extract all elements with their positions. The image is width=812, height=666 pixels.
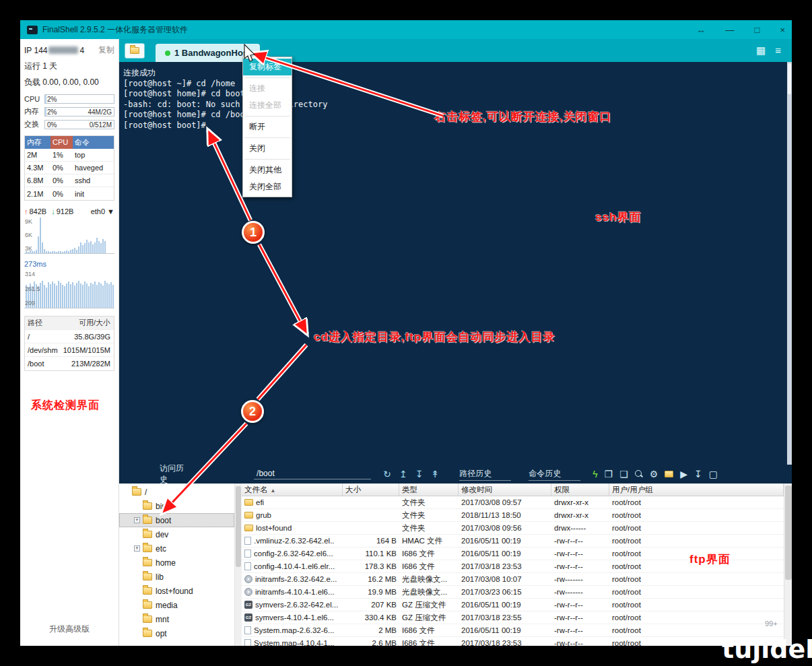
tree-item-boot[interactable]: +boot xyxy=(119,513,234,527)
process-column-header[interactable]: 内存 xyxy=(25,136,50,149)
disk-column-header[interactable]: 路径 xyxy=(25,318,67,328)
disk-usage: 1015M/1015M xyxy=(63,346,114,354)
tree-item-lib[interactable]: lib xyxy=(119,570,234,584)
tree-scroll-thumb[interactable] xyxy=(236,486,241,567)
menu-item-5[interactable]: 关闭其他 xyxy=(243,162,292,178)
refresh-icon[interactable]: ↻ xyxy=(383,469,391,479)
maximize-button[interactable]: □ xyxy=(755,26,760,34)
column-header-1[interactable]: 大小 xyxy=(343,484,399,496)
tree-scrollbar[interactable] xyxy=(235,484,242,646)
gauge-fill xyxy=(45,95,46,103)
file-row[interactable]: .vmlinuz-2.6.32-642.el..164 BHMAC 文件2016… xyxy=(242,535,784,547)
tree-item-bin[interactable]: bin xyxy=(119,499,234,513)
uptime-label: 运行 1 天 xyxy=(24,61,114,72)
minimize-button[interactable]: — xyxy=(726,26,735,34)
path-input[interactable]: /boot xyxy=(254,469,371,479)
column-header-5[interactable]: 用户/用户组 xyxy=(609,484,784,496)
tree-item-media[interactable]: media xyxy=(119,598,234,612)
file-row[interactable]: initramfs-2.6.32-642.e...16.2 MB光盘映像文...… xyxy=(242,573,784,586)
file-row[interactable]: System.map-4.10.4-1...2.6 MBI686 文件2017/… xyxy=(242,637,784,646)
menu-item-3[interactable]: 断开 xyxy=(243,119,292,135)
gear-icon[interactable]: ⚙ xyxy=(650,469,658,479)
titlebar[interactable]: FinalShell 2.9.5.2 一体化服务器管理软件 ↔—□× xyxy=(20,20,792,39)
file-row[interactable]: initramfs-4.10.4-1.el6...19.9 MB光盘映像文...… xyxy=(242,586,784,599)
file-row[interactable]: lost+found文件夹2017/03/08 09:56drwx------r… xyxy=(242,522,784,535)
column-header-3[interactable]: 修改时间 xyxy=(459,484,551,496)
open-connection-button[interactable] xyxy=(125,43,145,59)
disk-column-header[interactable]: 可用/大小 xyxy=(67,318,114,328)
command-history-button[interactable]: 命令历史 xyxy=(529,468,580,481)
tree-item-[interactable]: / xyxy=(119,485,234,499)
process-column-header[interactable]: 命令 xyxy=(73,136,114,149)
file-row[interactable]: efi文件夹2017/03/08 09:57drwxr-xr-xroot/roo… xyxy=(242,496,784,509)
go-up-icon[interactable]: ↥ xyxy=(399,469,407,479)
tree-item-opt[interactable]: opt xyxy=(119,626,234,640)
close-button[interactable]: × xyxy=(780,26,785,34)
copy-icon[interactable]: ❐ xyxy=(605,469,613,479)
menu-item-4[interactable]: 关闭 xyxy=(243,140,292,157)
access-history-button[interactable]: 访问历史 xyxy=(160,463,190,486)
tree-item-etc[interactable]: +etc xyxy=(119,541,234,556)
upload-arrow-icon: ↑ xyxy=(24,207,28,215)
column-header-0[interactable]: 文件名▲ xyxy=(242,484,343,496)
terminal-line: -bash: cd: boot: No such file or directo… xyxy=(123,100,788,110)
list-menu-icon[interactable]: ≡ xyxy=(775,44,781,57)
folder-open-icon[interactable] xyxy=(665,471,673,477)
play-icon[interactable]: ▶ xyxy=(680,469,687,479)
process-column-header[interactable]: CPU xyxy=(50,136,73,149)
pull-icon[interactable]: ↧ xyxy=(694,469,702,479)
disk-path: / xyxy=(25,333,67,341)
file-row[interactable]: GZsymvers-2.6.32-642.el...207 KBGZ 压缩文件2… xyxy=(242,599,784,611)
expander-icon[interactable]: + xyxy=(134,545,140,552)
window-icon[interactable]: ▢ xyxy=(709,469,718,479)
path-history-button[interactable]: 路径历史 xyxy=(459,468,511,481)
file-row[interactable]: System.map-2.6.32-6...2 MBI686 文件2016/05… xyxy=(242,624,784,637)
resource-gauges: CPU2%内存2%44M/2G交换0%0/512M xyxy=(24,94,114,129)
menu-item-6[interactable]: 关闭全部 xyxy=(243,178,292,195)
chart-bar xyxy=(58,251,59,253)
chart-bar xyxy=(54,251,55,253)
tree-item-dev[interactable]: dev xyxy=(119,527,234,541)
interface-selector[interactable]: eth0 ▼ xyxy=(91,207,114,215)
tree-item-mnt[interactable]: mnt xyxy=(119,612,234,626)
chart-bar xyxy=(36,250,37,253)
file-table-scroll-thumb[interactable] xyxy=(785,486,792,580)
ip-redacted xyxy=(48,46,78,54)
column-header-2[interactable]: 类型 xyxy=(399,484,459,496)
file-table-scrollbar[interactable] xyxy=(784,484,792,646)
file-type: I686 文件 xyxy=(399,549,459,559)
expander-icon[interactable]: + xyxy=(134,517,140,523)
file-owner: root/root xyxy=(609,575,784,583)
upgrade-link[interactable]: 升级高级版 xyxy=(20,624,119,635)
file-name-cell: System.map-4.10.4-1... xyxy=(242,639,343,646)
file-name-cell: lost+found xyxy=(242,524,343,532)
chart-bar xyxy=(88,242,90,253)
file-mtime: 2016/05/11 00:19 xyxy=(459,601,551,609)
chart-bar xyxy=(78,246,79,253)
download-icon[interactable]: ↧ xyxy=(415,469,424,479)
grid-view-icon[interactable]: ▦ xyxy=(756,44,766,57)
disk-row: /boot213M/282M xyxy=(25,357,114,370)
upload-icon[interactable]: ↟ xyxy=(431,469,439,479)
annotation-cd-tip: cd进入指定目录,ftp界面会自动同步进入目录 xyxy=(314,329,555,345)
chart-bar xyxy=(56,252,57,253)
tree-item-lostfound[interactable]: lost+found xyxy=(119,584,234,598)
menu-separator xyxy=(244,137,290,138)
search-icon[interactable] xyxy=(635,470,643,478)
file-row[interactable]: grub文件夹2018/11/13 18:50drwxr-xr-xroot/ro… xyxy=(242,509,784,522)
terminal-scrollbar[interactable] xyxy=(787,62,792,465)
file-row[interactable]: GZsymvers-4.10.4-1.el6...330.4 KBGZ 压缩文件… xyxy=(242,611,784,624)
column-header-4[interactable]: 权限 xyxy=(551,484,609,496)
step-badge-2: 2 xyxy=(241,400,264,423)
copy-ip-button[interactable]: 复制 xyxy=(98,44,114,56)
tree-item-home[interactable]: home xyxy=(119,556,234,570)
network-summary: ↑ 842B ↓ 912B eth0 ▼ xyxy=(24,207,114,215)
menu-item-0[interactable]: 复制标签 xyxy=(243,59,292,75)
file-owner: root/root xyxy=(609,537,784,545)
restore-button[interactable]: ↔ xyxy=(697,26,706,34)
terminal-scroll-thumb[interactable] xyxy=(788,63,791,94)
disk-path: /dev/shm xyxy=(25,346,63,354)
sync-lightning-icon[interactable]: ϟ xyxy=(593,469,597,479)
file-owner: root/root xyxy=(609,511,784,519)
paste-icon[interactable]: ❏ xyxy=(619,469,628,479)
